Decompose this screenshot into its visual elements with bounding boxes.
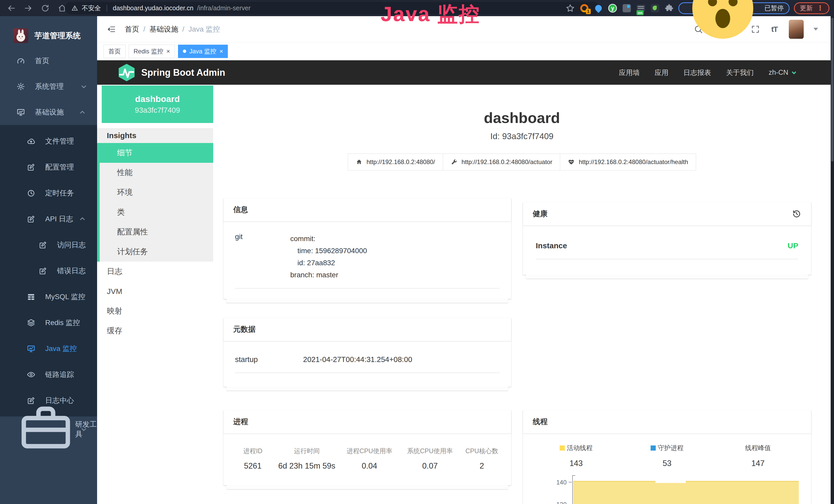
sidebar-item-mysql[interactable]: MySQL 监控 bbox=[0, 284, 97, 310]
instance-links: http://192.168.0.2:48080/ http://192.168… bbox=[213, 154, 831, 170]
url-path: /infra/admin-server bbox=[197, 4, 250, 12]
sba-nav-applications[interactable]: 应用 bbox=[655, 68, 668, 77]
annotation-overlay-text: Java 监控 bbox=[381, 1, 480, 28]
sidebar-item-config[interactable]: 配置管理 bbox=[0, 154, 97, 180]
threads-card-title: 线程 bbox=[523, 410, 811, 433]
profile-face-icon bbox=[684, 0, 761, 47]
extension-pin-icon[interactable] bbox=[594, 3, 603, 13]
health-card: 健康 Instance UP bbox=[523, 202, 811, 275]
sba-item-jvm[interactable]: JVM bbox=[97, 281, 213, 301]
health-card-title: 健康 bbox=[533, 209, 548, 219]
instance-home-link[interactable]: http://192.168.0.2:48080/ bbox=[348, 154, 443, 170]
sidebar-item-api-log[interactable]: API 日志 bbox=[0, 206, 97, 232]
back-icon[interactable] bbox=[7, 4, 16, 13]
sidebar-item-access-log[interactable]: 访问日志 bbox=[0, 232, 97, 258]
sidebar-item-error-log[interactable]: 错误日志 bbox=[0, 258, 97, 284]
instance-actuator-link[interactable]: http://192.168.0.2:48080/actuator bbox=[443, 154, 561, 170]
browser-update-button[interactable]: 更新 ⋮ bbox=[794, 2, 829, 14]
app-sidebar: 芋道管理系统 首页 系统管理 基础设施 文件管理 配置管理 定时任务 API 日… bbox=[0, 16, 97, 504]
sba-item-scheduled-tasks[interactable]: 计划任务 bbox=[100, 242, 213, 261]
sba-item-metrics[interactable]: 性能 bbox=[100, 163, 213, 183]
process-card-title: 进程 bbox=[223, 410, 511, 433]
tab-redis-monitor[interactable]: Redis 监控 × bbox=[129, 45, 175, 58]
sidebar-item-label: 访问日志 bbox=[57, 240, 86, 250]
user-avatar[interactable] bbox=[789, 20, 804, 39]
sidebar-item-job[interactable]: 定时任务 bbox=[0, 180, 97, 206]
table-icon bbox=[27, 293, 36, 301]
app-logo-row[interactable]: 芋道管理系统 bbox=[0, 16, 97, 48]
sba-nav-journal[interactable]: 日志报表 bbox=[683, 68, 711, 77]
page-scrollbar[interactable] bbox=[831, 16, 834, 504]
caret-down-icon[interactable] bbox=[813, 28, 818, 30]
address-bar[interactable]: 不安全 dashboard.yudao.iocoder.cn/infra/adm… bbox=[65, 2, 599, 15]
sidebar-item-java-monitor[interactable]: Java 监控 bbox=[0, 336, 97, 362]
wrench-icon bbox=[451, 159, 458, 165]
y-axis-tick: 120 bbox=[531, 501, 567, 504]
health-status-badge: UP bbox=[788, 241, 798, 250]
hamburger-icon[interactable] bbox=[106, 25, 117, 33]
sba-instance-header[interactable]: dashboard 93a3fc7f7409 bbox=[102, 86, 213, 123]
sba-logo-icon bbox=[119, 64, 135, 82]
extensions-puzzle-icon[interactable] bbox=[664, 3, 674, 13]
sba-item-logs[interactable]: 日志 bbox=[97, 261, 213, 281]
sidebar-item-infra[interactable]: 基础设施 bbox=[0, 99, 97, 125]
sidebar-item-label: 配置管理 bbox=[45, 162, 74, 172]
page-subtitle: Id: 93a3fc7f7409 bbox=[213, 132, 831, 141]
link-url: http://192.168.0.2:48080/actuator bbox=[462, 158, 552, 166]
instance-health-link[interactable]: http://192.168.0.2:48080/actuator/health bbox=[560, 154, 696, 170]
fontsize-icon[interactable]: tT bbox=[770, 25, 779, 34]
cloud-upload-icon bbox=[27, 137, 36, 145]
sba-item-caches[interactable]: 缓存 bbox=[97, 321, 213, 341]
process-col-header: CPU核心数 bbox=[460, 447, 503, 455]
extension-switch-icon[interactable]: on bbox=[636, 3, 646, 13]
tab-java-monitor[interactable]: Java 监控 × bbox=[178, 45, 228, 58]
process-header-row: 进程ID 运行时间 进程CPU使用率 系统CPU使用率 CPU核心数 bbox=[231, 447, 503, 455]
sidebar-item-dev-tools[interactable]: 研发工具 bbox=[0, 416, 97, 442]
security-warning-icon[interactable] bbox=[71, 5, 78, 12]
forward-icon[interactable] bbox=[24, 4, 33, 13]
profile-paused-button[interactable]: 已暂停 bbox=[678, 2, 790, 14]
close-icon[interactable]: × bbox=[167, 48, 170, 54]
breadcrumb-infra[interactable]: 基础设施 bbox=[150, 24, 178, 34]
close-icon[interactable]: × bbox=[219, 48, 223, 54]
extension-leaf-icon[interactable] bbox=[650, 3, 660, 13]
history-restore-icon[interactable] bbox=[792, 209, 802, 219]
sidebar-item-label: 错误日志 bbox=[57, 266, 86, 276]
bookmark-star-icon[interactable] bbox=[565, 3, 575, 13]
extension-orange-icon[interactable]: 1 bbox=[579, 3, 589, 13]
sba-item-config-props[interactable]: 配置属性 bbox=[100, 222, 213, 242]
legend-label: 守护进程 bbox=[658, 444, 683, 452]
sidebar-item-redis[interactable]: Redis 监控 bbox=[0, 310, 97, 336]
sba-sidebar: dashboard 93a3fc7f7409 Insights 细节 性能 环境… bbox=[97, 85, 213, 504]
sba-brand[interactable]: Spring Boot Admin bbox=[119, 64, 225, 82]
sba-insight-list: 细节 性能 环境 类 配置属性 计划任务 bbox=[97, 143, 213, 261]
sba-language-select[interactable]: zh-CN bbox=[768, 69, 795, 76]
reload-icon[interactable] bbox=[41, 4, 50, 13]
sba-nav-about[interactable]: 关于我们 bbox=[726, 68, 753, 77]
language-label: zh-CN bbox=[768, 69, 788, 76]
extension-y-icon[interactable]: y bbox=[608, 3, 617, 13]
chevron-down-icon bbox=[82, 84, 86, 88]
sidebar-item-file[interactable]: 文件管理 bbox=[0, 128, 97, 154]
health-instance-label: Instance bbox=[536, 241, 567, 250]
health-instance-row: Instance UP bbox=[536, 241, 798, 250]
sidebar-item-home[interactable]: 首页 bbox=[0, 48, 97, 74]
sba-item-environment[interactable]: 环境 bbox=[100, 183, 213, 202]
breadcrumb: 首页 / 基础设施 / Java 监控 bbox=[125, 24, 220, 34]
sidebar-item-trace[interactable]: 链路追踪 bbox=[0, 362, 97, 387]
sba-nav-wallboard[interactable]: 应用墙 bbox=[619, 68, 640, 77]
sidebar-item-label: 研发工具 bbox=[75, 419, 97, 439]
sba-item-mappings[interactable]: 映射 bbox=[97, 301, 213, 321]
breadcrumb-home[interactable]: 首页 bbox=[125, 24, 139, 34]
sidebar-item-system[interactable]: 系统管理 bbox=[0, 74, 97, 99]
sba-item-details[interactable]: 细节 bbox=[100, 143, 213, 163]
sba-item-classes[interactable]: 类 bbox=[100, 202, 213, 222]
legend-swatch-live bbox=[560, 445, 565, 451]
browser-menu-icon[interactable]: ⋮ bbox=[817, 4, 824, 12]
threads-area-series bbox=[573, 481, 799, 504]
extension-grid-icon[interactable] bbox=[622, 3, 632, 13]
url-domain: dashboard.yudao.iocoder.cn bbox=[113, 4, 193, 12]
sidebar-item-label: 基础设施 bbox=[35, 107, 64, 117]
threads-peak-value: 147 bbox=[712, 459, 804, 468]
tab-home[interactable]: 首页 bbox=[104, 45, 126, 58]
